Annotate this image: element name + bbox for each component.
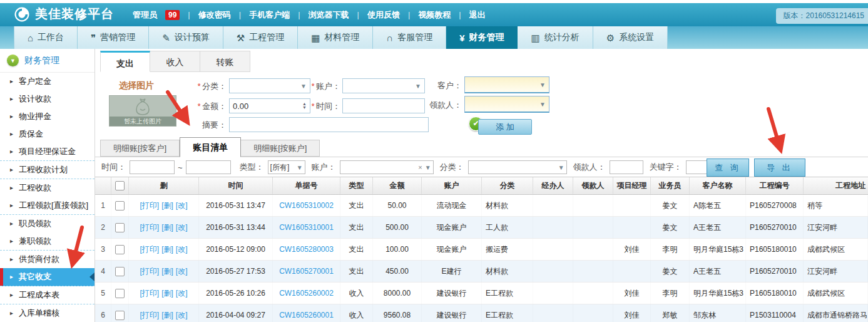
cell-bill-no[interactable]: CW1605280003 bbox=[273, 239, 340, 260]
print-link[interactable]: [打印] bbox=[140, 288, 159, 299]
cell-bill-no[interactable]: CW1605310001 bbox=[273, 217, 340, 238]
type-select[interactable]: [所有]▼ bbox=[268, 160, 305, 174]
tab-expense[interactable]: 支出 bbox=[100, 51, 150, 72]
row-checkbox[interactable] bbox=[115, 245, 125, 254]
sidebar-item-property-deposit[interactable]: 物业押金 bbox=[0, 108, 94, 125]
sidebar-item-staff-withdrawal[interactable]: 职员领款 bbox=[0, 215, 94, 232]
cell-project-no: P1605270008 bbox=[746, 195, 804, 216]
nav-tab-materials[interactable]: ▦材料管理 bbox=[298, 26, 373, 49]
row-checkbox[interactable] bbox=[115, 311, 125, 320]
topbar-link-修改密码[interactable]: 修改密码 bbox=[198, 9, 231, 21]
sidebar-item-pm-guarantee[interactable]: 项目经理保证金 bbox=[0, 143, 94, 161]
topbar-link-使用反馈[interactable]: 使用反馈 bbox=[367, 9, 400, 21]
sidebar-item-project-receipts[interactable]: 工程收款 bbox=[0, 179, 94, 197]
row-checkbox[interactable] bbox=[115, 289, 125, 298]
statistics-icon: ▥ bbox=[531, 33, 539, 43]
amount-input[interactable]: 0.00▲▼ bbox=[229, 98, 310, 113]
sidebar-item-parttime-withdrawal[interactable]: 兼职领款 bbox=[0, 232, 94, 251]
time-to-input[interactable] bbox=[186, 160, 231, 174]
edit-link[interactable]: [改] bbox=[176, 266, 188, 277]
row-checkbox[interactable] bbox=[115, 201, 125, 210]
delete-link[interactable]: [删] bbox=[161, 288, 173, 299]
sidebar-header[interactable]: ▼ 财务管理 bbox=[0, 49, 94, 73]
sidebar-item-project-withdrawal[interactable]: 工程领款[直接领款] bbox=[0, 197, 94, 215]
time-input[interactable] bbox=[342, 98, 425, 113]
payee-select[interactable]: ▼ bbox=[464, 96, 549, 113]
cell-time: 2016-05-31 13:47 bbox=[199, 195, 273, 216]
nav-tab-statistics[interactable]: ▥统计分析 bbox=[518, 26, 593, 49]
sidebar-item-design-payment[interactable]: 设计收款 bbox=[0, 90, 94, 108]
select-all-checkbox[interactable] bbox=[115, 181, 125, 190]
sidebar-item-customer-deposit[interactable]: 客户定金 bbox=[0, 73, 94, 90]
sidebar-item-inbound-audit[interactable]: 入库单稽核 bbox=[0, 304, 94, 322]
export-button[interactable]: 导 出 bbox=[754, 158, 805, 177]
subtab-detail-by-customer[interactable]: 明细账[按客户] bbox=[100, 140, 180, 157]
cell-bill-no[interactable]: CW1605260002 bbox=[273, 283, 340, 304]
print-link[interactable]: [打印] bbox=[140, 222, 159, 233]
sidebar-item-quality-deposit[interactable]: 质保金 bbox=[0, 125, 94, 143]
add-button[interactable]: 添 加 bbox=[478, 119, 532, 135]
nav-tab-project-management[interactable]: ⚒工程管理 bbox=[223, 26, 298, 49]
money-bag-icon bbox=[110, 97, 176, 117]
edit-link[interactable]: [改] bbox=[176, 244, 188, 255]
image-upload-box[interactable]: 暂未上传图片 bbox=[109, 95, 176, 127]
cell-bill-no[interactable]: CW1605260001 bbox=[273, 304, 340, 322]
marketing-icon: ❞ bbox=[91, 33, 96, 43]
tab-transfer[interactable]: 转账 bbox=[200, 51, 250, 72]
subtab-detail-by-account[interactable]: 明细账[按账户] bbox=[241, 140, 320, 157]
nav-tab-workbench[interactable]: ⌂工作台 bbox=[14, 26, 78, 49]
summary-input[interactable] bbox=[229, 117, 429, 132]
active-notch-icon bbox=[89, 273, 94, 281]
row-checkbox[interactable] bbox=[115, 223, 125, 232]
choose-image-label[interactable]: 选择图片 bbox=[119, 80, 154, 91]
account-select[interactable]: ▼ bbox=[342, 78, 425, 93]
print-link[interactable]: [打印] bbox=[140, 310, 159, 321]
delete-link[interactable]: [删] bbox=[161, 200, 173, 211]
cell-handler bbox=[533, 304, 573, 322]
edit-link[interactable]: [改] bbox=[176, 288, 188, 299]
notification-badge[interactable]: 99 bbox=[165, 10, 180, 20]
print-link[interactable]: [打印] bbox=[140, 244, 159, 255]
delete-link[interactable]: [删] bbox=[161, 310, 173, 321]
cell-bill-no[interactable]: CW1605310002 bbox=[273, 195, 340, 216]
nav-tab-finance[interactable]: ¥财务管理 bbox=[446, 26, 518, 49]
search-button[interactable]: 查 询 bbox=[707, 158, 749, 177]
sidebar-item-project-cost-table[interactable]: 工程成本表 bbox=[0, 286, 94, 304]
topbar-link-退出[interactable]: 退出 bbox=[469, 9, 486, 21]
nav-tab-design-budget[interactable]: ✎设计预算 bbox=[149, 26, 223, 49]
time-from-input[interactable] bbox=[130, 160, 175, 174]
nav-tab-marketing[interactable]: ❞营销管理 bbox=[78, 26, 149, 49]
subtab-account-list[interactable]: 账目清单 bbox=[180, 137, 241, 157]
row-checkbox[interactable] bbox=[115, 267, 125, 276]
edit-link[interactable]: [改] bbox=[176, 200, 188, 211]
sidebar-item-supplier-payment[interactable]: 供货商付款 bbox=[0, 251, 94, 268]
cell-amount: 100.00 bbox=[373, 239, 422, 260]
sidebar-item-other-income-expense[interactable]: 其它收支 bbox=[0, 268, 94, 286]
category-select[interactable]: ▼ bbox=[229, 78, 310, 93]
delete-link[interactable]: [删] bbox=[161, 244, 173, 255]
category-filter-select[interactable]: ▼ bbox=[468, 160, 567, 174]
delete-link[interactable]: [删] bbox=[161, 222, 173, 233]
edit-link[interactable]: [改] bbox=[176, 310, 188, 321]
tab-income[interactable]: 收入 bbox=[150, 51, 200, 72]
delete-link[interactable]: [删] bbox=[161, 266, 173, 277]
print-link[interactable]: [打印] bbox=[140, 200, 159, 211]
print-link[interactable]: [打印] bbox=[140, 266, 159, 277]
nav-tab-system-settings[interactable]: ⚙系统设置 bbox=[593, 26, 668, 49]
sub-tabs: 明细账[按客户]账目清单明细账[按账户] bbox=[100, 137, 320, 157]
sidebar-item-project-payment-plan[interactable]: 工程收款计划 bbox=[0, 161, 94, 179]
nav-tab-customer-service[interactable]: ∩客服管理 bbox=[373, 26, 446, 49]
cell-address: 成都武候区 bbox=[804, 239, 868, 260]
customer-select[interactable]: ▼ bbox=[464, 76, 549, 93]
topbar-link-浏览器下载[interactable]: 浏览器下载 bbox=[309, 9, 349, 21]
admin-link[interactable]: 管理员 bbox=[133, 9, 157, 21]
payee-filter-input[interactable] bbox=[610, 160, 643, 174]
column-header: 项目经理 bbox=[613, 177, 651, 194]
account-combo[interactable]: ×▼ bbox=[340, 160, 434, 174]
cell-bill-no[interactable]: CW1605270001 bbox=[273, 261, 340, 282]
topbar-link-手机客户端[interactable]: 手机客户端 bbox=[249, 9, 290, 21]
clear-icon[interactable]: × bbox=[416, 164, 424, 171]
edit-link[interactable]: [改] bbox=[176, 222, 188, 233]
filter-account-label: 账户： bbox=[312, 162, 336, 173]
topbar-link-视频教程[interactable]: 视频教程 bbox=[418, 9, 451, 21]
